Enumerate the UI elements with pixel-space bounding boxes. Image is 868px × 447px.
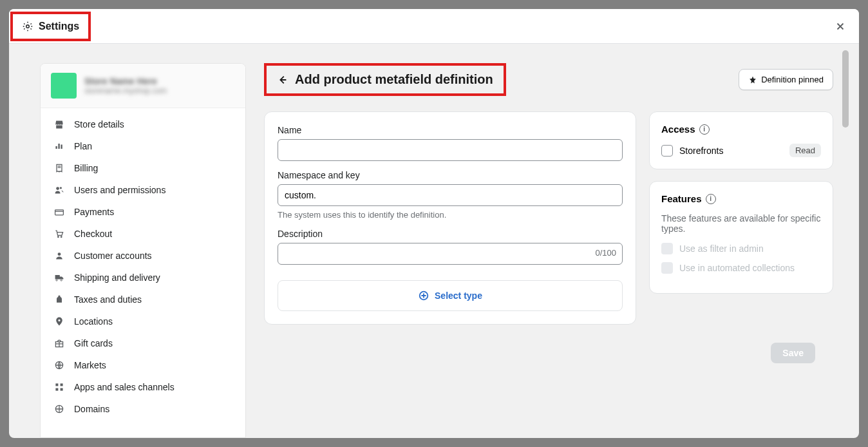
sidebar-item-checkout[interactable]: Checkout	[41, 223, 245, 245]
name-input[interactable]	[278, 139, 623, 161]
save-row: Save	[264, 343, 833, 363]
sidebar-item-markets[interactable]: Markets	[41, 354, 245, 376]
side-column: Access i Storefronts Read Features i	[649, 111, 833, 294]
settings-sidebar: Store Name Here storename.myshop.com Sto…	[40, 63, 246, 438]
description-input[interactable]	[278, 243, 623, 265]
svg-rect-12	[55, 388, 58, 391]
svg-point-4	[61, 236, 62, 238]
location-icon	[53, 316, 65, 327]
filter-checkbox-disabled	[661, 243, 673, 254]
sidebar-item-users[interactable]: Users and permissions	[41, 179, 245, 201]
sidebar-item-locations[interactable]: Locations	[41, 310, 245, 332]
main-content: Add product metafield definition Definit…	[246, 63, 851, 438]
payments-icon	[53, 206, 65, 218]
access-title-row: Access i	[661, 124, 821, 135]
close-button[interactable]	[835, 21, 846, 32]
apps-icon	[53, 381, 65, 393]
sidebar-item-plan[interactable]: Plan	[41, 135, 245, 157]
store-text-blurred: Store Name Here storename.myshop.com	[84, 76, 167, 95]
page-header: Add product metafield definition Definit…	[264, 63, 833, 96]
svg-point-3	[58, 236, 59, 238]
description-label: Description	[278, 229, 623, 239]
sidebar-item-label: Users and permissions	[74, 185, 165, 195]
svg-point-7	[61, 280, 62, 281]
sidebar-item-billing[interactable]: Billing	[41, 157, 245, 179]
page-title-area: Add product metafield definition	[264, 63, 506, 96]
sidebar-item-label: Checkout	[74, 229, 112, 239]
sidebar-item-apps[interactable]: Apps and sales channels	[41, 376, 245, 398]
sidebar-item-label: Plan	[74, 141, 92, 151]
settings-modal: Settings Store Name Here storename.mysho…	[9, 9, 859, 438]
store-icon	[53, 119, 65, 130]
users-icon	[53, 184, 65, 196]
user-icon	[53, 250, 65, 262]
sidebar-item-store-details[interactable]: Store details	[41, 113, 245, 135]
billing-icon	[53, 162, 65, 174]
filter-label: Use as filter in admin	[679, 243, 764, 254]
globe-icon	[53, 359, 65, 371]
store-sub: storename.myshop.com	[84, 86, 167, 95]
scrollbar[interactable]	[842, 50, 849, 128]
sidebar-item-taxes[interactable]: Taxes and duties	[41, 289, 245, 310]
svg-point-6	[56, 280, 57, 281]
sidebar-item-label: Store details	[74, 119, 124, 129]
features-title-row: Features i	[661, 193, 821, 204]
access-storefronts-row: Storefronts Read	[661, 144, 821, 157]
access-card: Access i Storefronts Read	[649, 111, 833, 169]
access-title: Access	[661, 124, 695, 135]
sidebar-item-domains[interactable]: Domains	[41, 398, 245, 420]
sidebar-item-label: Payments	[74, 207, 114, 217]
select-type-button[interactable]: Select type	[278, 280, 623, 311]
back-arrow-icon[interactable]	[277, 74, 288, 86]
svg-point-0	[26, 24, 30, 28]
taxes-icon	[53, 294, 65, 305]
plan-icon	[53, 140, 65, 152]
feature-automated-row: Use in automated collections	[661, 262, 821, 274]
plus-circle-icon	[418, 290, 429, 301]
modal-body: Store Name Here storename.myshop.com Sto…	[9, 44, 859, 438]
features-card: Features i These features are available …	[649, 181, 833, 294]
page-title: Add product metafield definition	[295, 72, 493, 87]
sidebar-item-label: Domains	[74, 404, 109, 414]
feature-filter-row: Use as filter in admin	[661, 243, 821, 254]
svg-point-5	[58, 252, 61, 256]
svg-rect-10	[55, 383, 58, 386]
svg-rect-2	[55, 210, 64, 215]
settings-title-area: Settings	[10, 12, 91, 41]
gear-icon	[22, 21, 33, 32]
checkout-icon	[53, 228, 65, 240]
select-type-label: Select type	[435, 290, 482, 301]
svg-rect-11	[61, 383, 63, 386]
svg-point-1	[56, 187, 59, 190]
sidebar-item-payments[interactable]: Payments	[41, 201, 245, 223]
pin-icon	[748, 75, 757, 84]
store-logo	[51, 73, 77, 99]
definition-pinned-button[interactable]: Definition pinned	[739, 69, 833, 90]
sidebar-item-shipping[interactable]: Shipping and delivery	[41, 267, 245, 289]
pinned-label: Definition pinned	[761, 75, 824, 84]
gift-icon	[53, 338, 65, 349]
info-icon[interactable]: i	[699, 124, 710, 135]
sidebar-item-label: Locations	[74, 316, 113, 327]
modal-header: Settings	[9, 9, 859, 44]
sidebar-item-gift-cards[interactable]: Gift cards	[41, 332, 245, 354]
sidebar-item-label: Apps and sales channels	[74, 382, 175, 392]
truck-icon	[53, 272, 65, 283]
sidebar-item-customer-accounts[interactable]: Customer accounts	[41, 245, 245, 267]
save-button[interactable]: Save	[771, 343, 815, 363]
domain-icon	[53, 403, 65, 415]
storefronts-checkbox[interactable]	[661, 145, 673, 157]
sidebar-item-label: Gift cards	[74, 338, 113, 348]
description-count: 0/100	[595, 248, 616, 258]
automated-label: Use in automated collections	[679, 263, 795, 273]
read-badge: Read	[789, 144, 821, 157]
content-row: Name Namespace and key The system uses t…	[264, 111, 833, 325]
sidebar-item-label: Markets	[74, 360, 106, 370]
nav-list: Store details Plan Billing Users and per…	[41, 108, 245, 425]
info-icon[interactable]: i	[706, 194, 716, 204]
sidebar-item-label: Billing	[74, 163, 98, 173]
automated-checkbox-disabled	[661, 262, 673, 274]
sidebar-item-label: Customer accounts	[74, 251, 152, 261]
namespace-input[interactable]	[278, 184, 623, 206]
store-info: Store Name Here storename.myshop.com	[41, 64, 245, 108]
